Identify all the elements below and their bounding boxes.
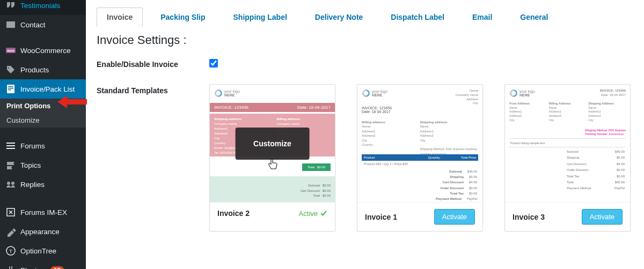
template-card-invoice-1[interactable]: your logoHERE NameCompany nameAddressCit… <box>357 84 483 231</box>
tab-label: Delivery Note <box>315 13 363 21</box>
plugins-update-badge: 19 <box>50 266 63 269</box>
sidebar-item-label: Topics <box>20 161 41 169</box>
tab-packing-slip[interactable]: Packing Slip <box>150 8 215 27</box>
tab-dispatch-label[interactable]: Dispatch Label <box>380 8 455 27</box>
sidebar-item-label: Plugins <box>20 266 44 270</box>
svg-rect-5 <box>8 89 11 91</box>
sidebar-sub-label: Print Options <box>6 102 50 110</box>
sidebar-item-label: Invoice/Pack List <box>20 85 75 93</box>
logo-icon <box>214 89 223 98</box>
sidebar-item-label: Contact <box>20 21 46 29</box>
activate-button[interactable]: Activate <box>434 209 475 225</box>
tab-general[interactable]: General <box>510 8 558 27</box>
template-preview: your logoHERE INVOICE: 123456 Date: 18-0… <box>210 85 335 203</box>
svg-rect-3 <box>8 86 13 87</box>
page-title: Invoice Settings : <box>97 33 633 47</box>
svg-rect-4 <box>8 88 13 89</box>
forums-icon <box>5 140 16 151</box>
button-label: Activate <box>442 213 467 221</box>
tab-delivery-note[interactable]: Delivery Note <box>305 8 373 27</box>
check-icon <box>320 210 327 217</box>
import-export-icon <box>5 207 16 218</box>
topics-icon <box>5 160 16 170</box>
sidebar-item-label: Replies <box>20 181 45 189</box>
mail-icon <box>5 19 16 30</box>
logo-icon <box>362 89 370 98</box>
svg-point-6 <box>7 182 10 185</box>
template-name: Invoice 3 <box>513 213 545 221</box>
sidebar-item-plugins[interactable]: Plugins 19 <box>0 260 86 269</box>
products-icon <box>5 64 16 75</box>
sidebar-item-woocommerce[interactable]: woo WooCommerce <box>0 41 86 60</box>
sidebar-item-invoice-pack-list[interactable]: Invoice/Pack List <box>0 79 86 99</box>
cursor-hand-icon <box>267 159 278 173</box>
template-card-invoice-3[interactable]: your logoHERE INVOICE: 123456 Date: 18 0… <box>504 84 631 231</box>
sidebar-sub-print-options[interactable]: Print Options <box>0 99 86 113</box>
replies-icon <box>5 179 16 190</box>
customize-label: Customize <box>253 139 291 148</box>
standard-templates-row: Standard Templates your logoHERE INVOICE… <box>97 84 633 231</box>
setting-label: Enable/Disable Invoice <box>97 59 209 69</box>
sidebar-item-contact[interactable]: Contact <box>0 15 86 34</box>
template-cards: your logoHERE INVOICE: 123456 Date: 18-0… <box>209 84 631 231</box>
sidebar-item-label: Forums IM-EX <box>20 208 67 216</box>
svg-text:T: T <box>9 249 12 254</box>
svg-rect-2 <box>7 85 14 93</box>
template-active-badge: Active <box>299 210 327 218</box>
tab-label: General <box>520 13 548 21</box>
template-card-invoice-2[interactable]: your logoHERE INVOICE: 123456 Date: 18-0… <box>209 84 335 231</box>
button-label: Activate <box>590 213 614 221</box>
template-name: Invoice 1 <box>365 213 397 221</box>
appearance-icon <box>5 226 16 237</box>
settings-tabs: Invoice Packing Slip Shipping Label Deli… <box>97 8 633 27</box>
tab-email[interactable]: Email <box>462 8 502 27</box>
admin-sidebar: Testimonials Contact woo WooCommerce Pro… <box>0 0 86 269</box>
sidebar-item-appearance[interactable]: Appearance <box>0 222 86 241</box>
svg-point-7 <box>11 182 14 185</box>
sidebar-item-optiontree[interactable]: T OptionTree <box>0 241 86 260</box>
activate-button[interactable]: Activate <box>582 209 623 225</box>
template-preview: your logoHERE NameCompany nameAddressCit… <box>357 85 482 203</box>
svg-text:woo: woo <box>6 49 14 53</box>
customize-overlay-button[interactable]: Customize <box>235 128 310 160</box>
tab-label: Email <box>472 13 492 21</box>
sidebar-item-forums-imex[interactable]: Forums IM-EX <box>0 203 86 222</box>
template-preview: your logoHERE INVOICE: 123456 Date: 18 0… <box>505 85 630 203</box>
sidebar-item-label: Testimonials <box>20 2 60 10</box>
sidebar-item-forums[interactable]: Forums <box>0 136 86 155</box>
woocommerce-icon: woo <box>5 45 16 56</box>
sidebar-sub-label: Customize <box>6 116 39 124</box>
tab-invoice[interactable]: Invoice <box>97 8 143 27</box>
logo-icon <box>509 89 518 98</box>
sidebar-item-label: Forums <box>20 142 45 150</box>
quote-icon <box>5 0 16 11</box>
tab-label: Packing Slip <box>160 13 205 21</box>
tab-label: Invoice <box>107 13 133 21</box>
sidebar-item-label: Appearance <box>20 228 60 236</box>
optiontree-icon: T <box>5 245 16 256</box>
setting-label: Standard Templates <box>97 84 209 95</box>
sidebar-item-topics[interactable]: Topics <box>0 155 86 175</box>
invoice-icon <box>5 84 16 94</box>
template-name: Invoice 2 <box>217 209 250 218</box>
sidebar-item-testimonials[interactable]: Testimonials <box>0 0 86 15</box>
main-content: Invoice Packing Slip Shipping Label Deli… <box>86 0 644 269</box>
sidebar-item-products[interactable]: Products <box>0 60 86 79</box>
sidebar-sub-customize[interactable]: Customize <box>0 113 86 128</box>
setting-enable-invoice: Enable/Disable Invoice <box>97 59 633 69</box>
sidebar-item-label: OptionTree <box>20 247 56 255</box>
sidebar-item-label: Products <box>20 66 49 74</box>
sidebar-item-replies[interactable]: Replies <box>0 175 86 194</box>
tab-label: Dispatch Label <box>391 13 444 21</box>
tab-shipping-label[interactable]: Shipping Label <box>223 8 297 27</box>
sidebar-item-label: WooCommerce <box>20 47 71 55</box>
plugins-icon <box>5 265 16 269</box>
enable-invoice-checkbox[interactable] <box>209 59 218 68</box>
tab-label: Shipping Label <box>233 13 287 21</box>
